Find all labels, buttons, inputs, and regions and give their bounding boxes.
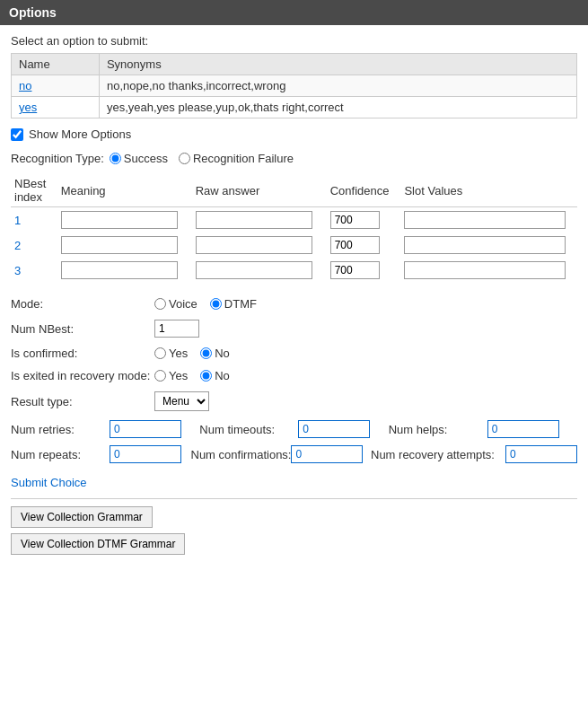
num-recovery-input[interactable]: 0 [505, 445, 577, 463]
num-helps-label: Num helps: [389, 423, 487, 436]
submit-choice-anchor[interactable]: Submit Choice [11, 476, 87, 489]
th-slot: Slot Values [400, 174, 577, 207]
nbest-confidence-3[interactable]: 700 [330, 261, 380, 279]
exited-no-label[interactable]: No [200, 369, 230, 382]
exited-yes-radio[interactable] [154, 370, 166, 382]
show-more-checkbox[interactable] [11, 128, 23, 141]
mode-dtmf-radio[interactable] [210, 298, 222, 310]
is-exited-label: Is exited in recovery mode: [11, 369, 154, 382]
num-repeats-input[interactable]: 0 [110, 445, 181, 463]
num-timeouts-input[interactable]: 0 [298, 420, 370, 438]
confirmed-yes-label[interactable]: Yes [154, 347, 188, 360]
select-label: Select an option to submit: [11, 34, 577, 48]
confirmed-yes-text: Yes [169, 347, 188, 360]
exited-yes-text: Yes [169, 369, 188, 382]
result-type-row: Result type: Menu [11, 391, 577, 411]
col-header-name: Name [12, 54, 100, 75]
mode-voice-radio[interactable] [154, 298, 166, 310]
nbest-raw-1[interactable] [196, 211, 312, 229]
num-helps-group: Num helps: 0 [389, 420, 577, 438]
recognition-success-text: Success [124, 152, 168, 165]
nbest-raw-2[interactable] [196, 236, 312, 254]
num-confirmations-label: Num confirmations: [191, 448, 292, 461]
num-retries-input[interactable]: 0 [110, 420, 181, 438]
main-content: Select an option to submit: Name Synonym… [0, 25, 588, 569]
show-more-label: Show More Options [29, 127, 131, 141]
nbest-row-3: 3 700 [11, 258, 577, 283]
nbest-confidence-1[interactable]: 700 [330, 211, 380, 229]
th-confidence: Confidence [327, 174, 401, 207]
num-recovery-group: Num recovery attempts: 0 [371, 445, 577, 463]
exited-no-radio[interactable] [200, 370, 212, 382]
table-row: no no,nope,no thanks,incorrect,wrong [12, 75, 577, 97]
result-type-label: Result type: [11, 395, 154, 408]
num-timeouts-label: Num timeouts: [199, 423, 298, 436]
is-confirmed-label: Is confirmed: [11, 347, 154, 360]
confirmed-no-label[interactable]: No [200, 347, 230, 360]
mode-dtmf-text: DTMF [224, 297, 257, 311]
recognition-success-label[interactable]: Success [110, 152, 168, 165]
show-more-row: Show More Options [11, 127, 577, 141]
num-nbest-input-wrap: 1 [154, 320, 199, 338]
num-repeats-label: Num repeats: [11, 448, 110, 461]
th-nbest-index: NBest index [11, 174, 57, 207]
counters-row-2: Num repeats: 0 Num confirmations: 0 Num … [11, 445, 577, 463]
nbest-table: NBest index Meaning Raw answer Confidenc… [11, 174, 577, 283]
result-type-select[interactable]: Menu [154, 391, 209, 411]
is-exited-row: Is exited in recovery mode: Yes No [11, 369, 577, 382]
nbest-row-2: 2 700 [11, 233, 577, 258]
num-confirmations-group: Num confirmations: 0 [191, 445, 372, 463]
view-grammar-button[interactable]: View Collection Grammar [11, 506, 153, 528]
nbest-slot-3[interactable] [404, 261, 566, 279]
exited-yes-label[interactable]: Yes [154, 369, 188, 382]
option-name-yes[interactable]: yes [19, 101, 37, 114]
recognition-failure-text: Recognition Failure [193, 152, 294, 165]
nbest-slot-1[interactable] [404, 211, 566, 229]
num-retries-group: Num retries: 0 [11, 420, 199, 438]
nbest-row-1: 1 700 [11, 207, 577, 233]
option-synonyms-no: no,nope,no thanks,incorrect,wrong [99, 75, 576, 97]
is-exited-options: Yes No [154, 369, 235, 382]
is-confirmed-options: Yes No [154, 347, 235, 360]
table-row: yes yes,yeah,yes please,yup,ok,thats rig… [12, 97, 577, 118]
option-synonyms-yes: yes,yeah,yes please,yup,ok,thats right,c… [99, 97, 576, 118]
mode-dtmf-label[interactable]: DTMF [210, 297, 257, 311]
nbest-meaning-2[interactable] [61, 236, 178, 254]
nbest-slot-2[interactable] [404, 236, 566, 254]
recognition-failure-radio[interactable] [179, 153, 190, 164]
divider [11, 498, 577, 499]
num-recovery-label: Num recovery attempts: [371, 448, 505, 461]
options-table: Name Synonyms no no,nope,no thanks,incor… [11, 53, 577, 118]
num-confirmations-input[interactable]: 0 [291, 445, 363, 463]
nbest-meaning-3[interactable] [61, 261, 178, 279]
recognition-failure-label[interactable]: Recognition Failure [179, 152, 294, 165]
confirmed-no-radio[interactable] [200, 347, 212, 359]
is-confirmed-row: Is confirmed: Yes No [11, 347, 577, 360]
confirmed-yes-radio[interactable] [154, 347, 166, 359]
title-bar: Options [0, 0, 588, 25]
option-name-no[interactable]: no [19, 79, 31, 92]
counters-row-1: Num retries: 0 Num timeouts: 0 Num helps… [11, 420, 577, 438]
recognition-type-row: Recognition Type: Success Recognition Fa… [11, 152, 577, 165]
mode-voice-label[interactable]: Voice [154, 297, 197, 311]
num-timeouts-group: Num timeouts: 0 [199, 420, 388, 438]
counters-section: Num retries: 0 Num timeouts: 0 Num helps… [11, 420, 577, 463]
th-raw: Raw answer [192, 174, 327, 207]
confirmed-no-text: No [215, 347, 230, 360]
result-type-select-wrap: Menu [154, 391, 209, 411]
num-nbest-row: Num NBest: 1 [11, 320, 577, 338]
nbest-index-3: 3 [11, 258, 57, 283]
num-nbest-input[interactable]: 1 [154, 320, 199, 338]
num-helps-input[interactable]: 0 [487, 420, 559, 438]
view-dtmf-grammar-button[interactable]: View Collection DTMF Grammar [11, 533, 185, 555]
mode-label: Mode: [11, 297, 154, 311]
nbest-raw-3[interactable] [196, 261, 312, 279]
nbest-confidence-2[interactable]: 700 [330, 236, 380, 254]
submit-choice-link[interactable]: Submit Choice [11, 476, 577, 489]
title-text: Options [9, 5, 57, 20]
recognition-success-radio[interactable] [110, 153, 121, 164]
nbest-meaning-1[interactable] [61, 211, 178, 229]
mode-row: Mode: Voice DTMF [11, 297, 577, 311]
nbest-index-2: 2 [11, 233, 57, 258]
exited-no-text: No [215, 369, 230, 382]
